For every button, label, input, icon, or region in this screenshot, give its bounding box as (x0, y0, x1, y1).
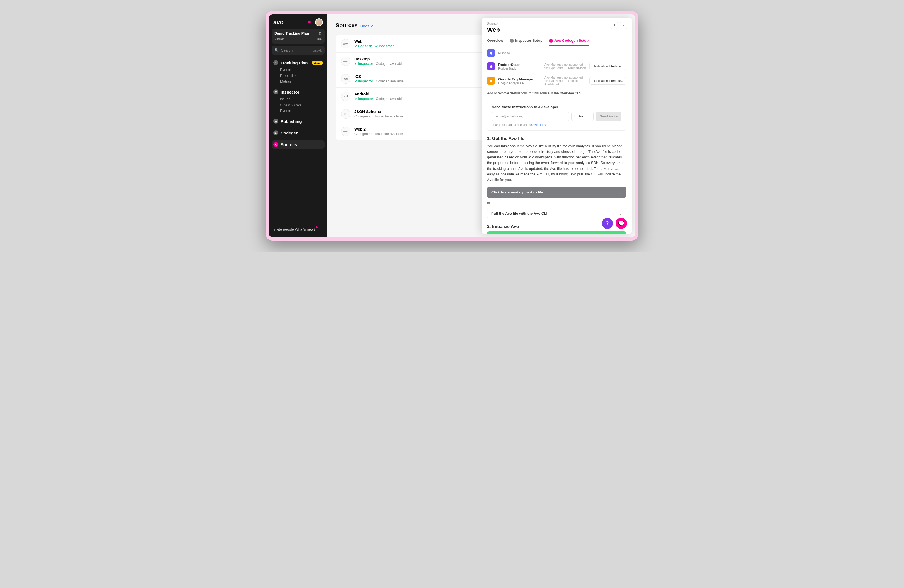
or-text: or (487, 201, 626, 205)
email-field[interactable]: name@email.com, ... (492, 112, 569, 121)
check-icon: ✓ (510, 39, 514, 43)
source-icon: www (341, 57, 351, 66)
breadcrumb: Source (487, 22, 626, 25)
sidebar: avo ⚑ Demo Tracking Plan ⚙ ⑂ main ≡+ 🔍 S… (269, 14, 327, 237)
destination-name: Google Tag Manager (498, 77, 541, 81)
tab-overview[interactable]: Overview (487, 36, 503, 46)
source-icon: {x} (341, 109, 351, 119)
search-icon: 🔍 (274, 48, 279, 52)
sources-icon: ⟲ (273, 142, 278, 147)
gear-icon[interactable]: ⚙ (318, 31, 322, 35)
flag-icon[interactable]: ⚑ (307, 20, 311, 25)
add-branch-icon[interactable]: ≡+ (317, 37, 322, 41)
destination-row: ◆ Google Tag Manager Google Analytics 4 … (487, 73, 626, 89)
source-icon: www (341, 126, 351, 136)
chevron-down-icon: ⌄ (619, 190, 622, 194)
issues-badge: ⚠ 17 (312, 61, 323, 65)
invite-people[interactable]: Invite people (273, 226, 294, 232)
destination-icon: ◆ (487, 62, 495, 70)
nav-publishing[interactable]: ☁ Publishing (272, 117, 324, 125)
publishing-icon: ☁ (273, 119, 278, 123)
step1-body: You can think about the Avo file like a … (487, 143, 626, 183)
source-detail-panel: Source Web ⋮ ✕ Overview ✓Inspector Setup… (482, 18, 632, 234)
pull-cli-button[interactable]: Pull the Avo file with the Avo CLI⌄ (487, 208, 626, 219)
source-icon: www (341, 39, 351, 49)
check-icon: ✓ (549, 39, 553, 43)
chat-button[interactable]: 💬 (616, 218, 627, 229)
nav-properties[interactable]: Properties (280, 73, 324, 79)
nav-metrics[interactable]: Metrics (280, 79, 324, 84)
tracking-plan-icon: ≡ (273, 60, 278, 65)
destination-icon: ◆ (487, 49, 495, 57)
codegen-icon: ▶ (273, 130, 278, 135)
destination-name: RudderStack (498, 63, 541, 67)
avo-docs-link[interactable]: Avo Docs (533, 123, 545, 126)
learn-more: Learn more about roles in the Avo Docs. (492, 123, 621, 126)
destination-note: Avo Managed not supported for TypeScript… (544, 63, 586, 70)
nav-inspector-events[interactable]: Events (280, 108, 324, 114)
nav-codegen[interactable]: ▶ Codegen (272, 129, 324, 137)
nav-issues[interactable]: Issues (280, 96, 324, 102)
workspace-switcher[interactable]: Demo Tracking Plan ⚙ ⑂ main ≡+ (272, 29, 324, 44)
send-invite-button[interactable]: Send invite (596, 112, 621, 121)
chevron-down-icon: ⌄ (619, 211, 622, 215)
chevron-down-icon: ⌄ (588, 114, 591, 119)
more-icon[interactable]: ⋮ (611, 22, 618, 29)
logo: avo (273, 19, 283, 26)
invite-title: Send these instructions to a developer (492, 105, 621, 109)
destination-note: Avo Managed not supported for TypeScript… (544, 76, 586, 86)
destination-row: ◆ Mixpanel (487, 46, 626, 60)
source-icon: and (341, 92, 351, 101)
tab-inspector-setup[interactable]: ✓Inspector Setup (510, 36, 542, 46)
destination-icon: ◆ (487, 77, 495, 85)
destination-sub: Mixpanel (498, 51, 583, 55)
whats-new[interactable]: What's new? (295, 226, 315, 232)
source-title: Web (487, 26, 626, 33)
nav-sources[interactable]: ⟲ Sources (272, 140, 324, 149)
destination-row: ◆ RudderStack RudderStack Avo Managed no… (487, 60, 626, 73)
close-icon[interactable]: ✕ (620, 22, 627, 29)
step1-title: 1. Get the Avo file (487, 136, 626, 141)
role-select[interactable]: Editor⌄ (571, 112, 594, 121)
tab-codegen-setup[interactable]: ✓Avo Codegen Setup (549, 36, 589, 46)
nav-inspector[interactable]: ◎ Inspector (272, 88, 324, 96)
destination-mode-select[interactable]: Destination Interface⌄ (589, 63, 626, 70)
invite-developer-box: Send these instructions to a developer n… (487, 101, 626, 131)
docs-link[interactable]: Docs ↗ (360, 24, 373, 28)
nav-tracking-plan[interactable]: ≡ Tracking Plan ⚠ 17 (272, 58, 324, 67)
destination-sub: Google Analytics 4 (498, 81, 541, 85)
avo-initialized-banner[interactable]: ✓ Avo successfully initialized! ⌄ (487, 231, 626, 234)
nav-saved-views[interactable]: Saved Views (280, 102, 324, 108)
inspector-icon: ◎ (273, 89, 278, 94)
nav-events[interactable]: Events (280, 67, 324, 73)
destination-sub: RudderStack (498, 67, 541, 70)
destination-note: Add or remove destinations for this sour… (487, 91, 626, 95)
shortcut-hint: cmd+k (313, 49, 322, 52)
avatar[interactable] (315, 18, 323, 26)
search-input[interactable]: 🔍 Search cmd+k (272, 46, 324, 55)
destination-mode-select[interactable]: Destination Interface⌄ (589, 77, 626, 85)
workspace-name: Demo Tracking Plan (274, 31, 309, 35)
source-icon: iOS (341, 74, 351, 84)
help-button[interactable]: ? (602, 218, 613, 229)
branch-name: ⑂ main (274, 37, 284, 41)
generate-avo-button[interactable]: Click to generate your Avo file⌄ (487, 187, 626, 198)
page-title: Sources (336, 22, 358, 28)
